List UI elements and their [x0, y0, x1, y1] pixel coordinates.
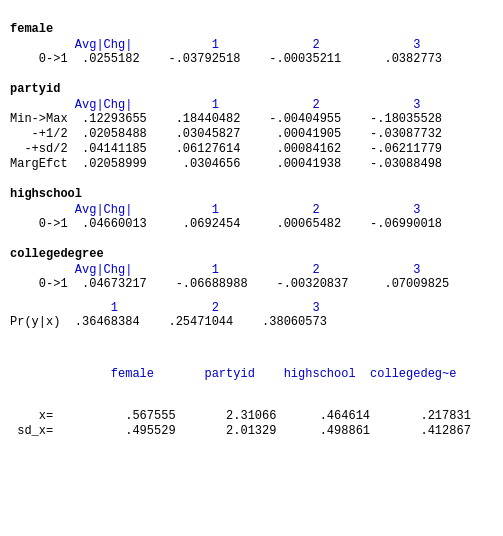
table-row: x= .567555 2.31066 .464614 .217831 — [10, 409, 493, 423]
bottom-table: female partyid highschool collegedeg~e x… — [10, 339, 493, 453]
table-row: 0->1 .0255182 -.03792518 -.00035211 .038… — [10, 52, 493, 66]
bottom-rows: x= .567555 2.31066 .464614 .217831 sd_x=… — [10, 409, 493, 438]
var-label: collegedegree — [10, 247, 493, 261]
table-row: Min->Max .12293655 .18440482 -.00404955 … — [10, 112, 493, 126]
var-label: partyid — [10, 82, 493, 96]
pryx-col-header: 1 2 3 — [10, 301, 493, 315]
pryx-row: Pr(y|x) .36468384 .25471044 .38060573 — [10, 315, 493, 329]
table-row: MargEfct .02058999 .0304656 .00041938 -.… — [10, 157, 493, 171]
table-row: sd_x= .495529 2.01329 .498861 .412867 — [10, 424, 493, 438]
var-label: highschool — [10, 187, 493, 201]
var-section-partyid: partyid Avg|Chg| 1 2 3Min->Max .12293655… — [10, 76, 493, 171]
table-row: 0->1 .04673217 -.06688988 -.00320837 .07… — [10, 277, 493, 291]
var-label: female — [10, 22, 493, 36]
var-section-highschool: highschool Avg|Chg| 1 2 3 0->1 .04660013… — [10, 181, 493, 231]
bottom-table-header: female partyid highschool collegedeg~e — [10, 367, 493, 381]
table-row: -+1/2 .02058488 .03045827 .00041905 -.03… — [10, 127, 493, 141]
col-header: Avg|Chg| 1 2 3 — [10, 98, 493, 112]
table-row: 0->1 .04660013 .0692454 .00065482 -.0699… — [10, 217, 493, 231]
sections-container: female Avg|Chg| 1 2 3 0->1 .0255182 -.03… — [10, 16, 493, 291]
var-section-collegedegree: collegedegree Avg|Chg| 1 2 3 0->1 .04673… — [10, 241, 493, 291]
pryx-section: 1 2 3 Pr(y|x) .36468384 .25471044 .38060… — [10, 301, 493, 329]
col-header: Avg|Chg| 1 2 3 — [10, 263, 493, 277]
table-row: -+sd/2 .04141185 .06127614 .00084162 -.0… — [10, 142, 493, 156]
var-section-female: female Avg|Chg| 1 2 3 0->1 .0255182 -.03… — [10, 16, 493, 66]
col-header: Avg|Chg| 1 2 3 — [10, 203, 493, 217]
col-header: Avg|Chg| 1 2 3 — [10, 38, 493, 52]
